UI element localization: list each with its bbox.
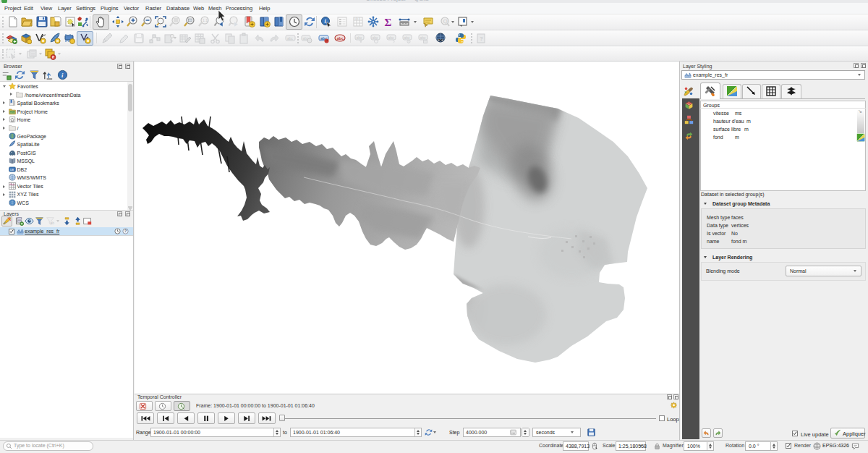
svg-text:1 2: 1 2 (354, 17, 359, 21)
svg-text:abc: abc (373, 35, 379, 40)
svg-text:abc: abc (388, 35, 395, 40)
svg-text:abc: abc (357, 35, 363, 40)
svg-text:abc: abc (337, 36, 344, 41)
svg-text:1:1: 1:1 (203, 18, 208, 22)
svg-text:abc: abc (287, 36, 294, 41)
svg-text:Q: Q (443, 18, 448, 25)
svg-text:Σ: Σ (385, 17, 392, 28)
svg-text:abc: abc (404, 35, 411, 40)
svg-text:ab: ab (51, 221, 55, 225)
svg-text:DB: DB (10, 168, 14, 171)
svg-text:abc: abc (420, 35, 427, 40)
svg-text:?: ? (124, 229, 127, 233)
svg-text:?: ? (480, 35, 483, 42)
